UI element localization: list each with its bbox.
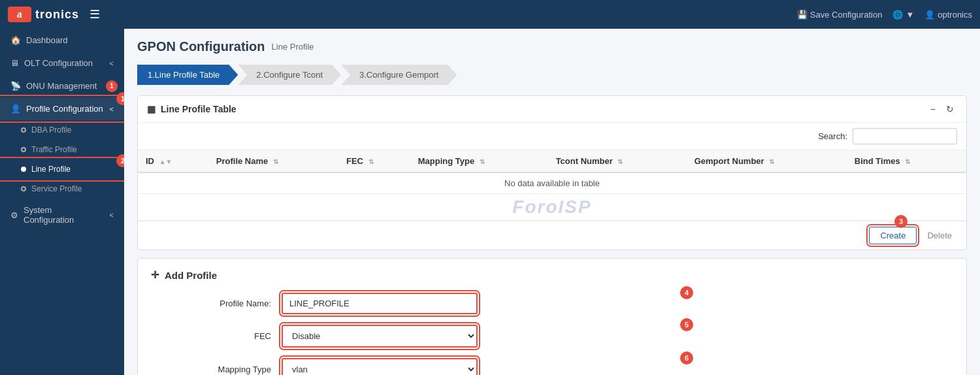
sidebar-item-olt-config[interactable]: 🖥 OLT Configuration <: [0, 52, 124, 74]
olt-icon: 🖥: [10, 58, 19, 68]
minimize-button[interactable]: −: [927, 103, 939, 116]
no-data-row: No data available in table: [138, 172, 966, 194]
hamburger-icon[interactable]: ☰: [90, 7, 100, 22]
mapping-type-row: Mapping Type vlan gem priority 6: [151, 358, 953, 375]
annotation-badge-4: 4: [680, 286, 693, 299]
user-menu[interactable]: 👤 optronics: [924, 10, 972, 20]
sidebar-sub-item-line[interactable]: Line Profile 2: [0, 159, 124, 179]
col-tcont: Tcont Number ⇅: [548, 150, 687, 172]
content-area: GPON Configuration Line Profile 1.Line P…: [124, 29, 980, 375]
add-profile-section: ✛ Add Profile Profile Name: 4 FEC Disabl…: [137, 258, 967, 375]
dot-icon-3: [21, 167, 26, 172]
navbar: a tronics ☰ 💾 Save Configuration 🌐 ▼ 👤 o…: [0, 0, 980, 29]
sort-icon-mapping: ⇅: [480, 158, 485, 165]
table-grid-icon: ▦: [147, 104, 155, 114]
wizard-step-2[interactable]: 2.Configure Tcont: [238, 65, 341, 85]
dot-icon-4: [21, 186, 26, 191]
sidebar-item-system-config[interactable]: ⚙ System Configuration <: [0, 199, 124, 231]
logo-text: tronics: [35, 8, 79, 22]
navbar-left: a tronics ☰: [8, 7, 100, 22]
sort-icon-gemport: ⇅: [769, 158, 774, 165]
col-mapping-type: Mapping Type ⇅: [410, 150, 548, 172]
dot-icon-2: [21, 147, 26, 152]
sidebar: 🏠 Dashboard 🖥 OLT Configuration < 📡 ONU …: [0, 29, 124, 375]
page-title: GPON Configuration Line Profile: [137, 39, 967, 54]
dashboard-icon: 🏠: [10, 35, 21, 45]
chevron-left-icon-2: <: [110, 105, 114, 113]
onu-badge: 1: [106, 80, 118, 92]
table-footer: 3 Create Delete: [138, 221, 966, 250]
language-selector[interactable]: 🌐 ▼: [892, 10, 914, 20]
data-table: ID ▲▼ Profile Name ⇅ FEC ⇅ Mapping Typ: [138, 150, 966, 221]
no-data-cell: No data available in table: [138, 172, 966, 194]
section-actions: − ↻: [927, 103, 957, 116]
profile-name-label: Profile Name:: [151, 299, 282, 308]
main-layout: 🏠 Dashboard 🖥 OLT Configuration < 📡 ONU …: [0, 29, 980, 375]
mapping-type-label: Mapping Type: [151, 365, 282, 374]
chevron-left-icon: <: [110, 59, 114, 67]
navbar-right: 💾 Save Configuration 🌐 ▼ 👤 optronics: [797, 10, 972, 20]
watermark-row: ForoISP: [138, 194, 966, 221]
col-gemport: Gemport Number ⇅: [687, 150, 847, 172]
col-bind-times: Bind Times ⇅: [847, 150, 966, 172]
add-icon: ✛: [151, 269, 159, 281]
wizard-step-1[interactable]: 1.Line Profile Table: [137, 65, 238, 85]
fec-row: FEC Disable Enable 5: [151, 325, 953, 348]
search-input[interactable]: [853, 128, 957, 144]
col-fec: FEC ⇅: [338, 150, 410, 172]
refresh-button[interactable]: ↻: [943, 103, 957, 116]
sort-icon-profile: ⇅: [273, 158, 278, 165]
globe-icon: 🌐: [892, 10, 903, 20]
onu-icon: 📡: [10, 81, 21, 91]
sort-icon-tcont: ⇅: [617, 158, 623, 165]
page-subtitle: Line Profile: [272, 42, 314, 52]
annotation-badge-6: 6: [680, 351, 693, 365]
sort-icon-fec: ⇅: [368, 158, 374, 165]
sidebar-item-onu-mgmt[interactable]: 📡 ONU Management 1: [0, 74, 124, 97]
profile-icon: 👤: [10, 104, 21, 114]
user-icon: 👤: [924, 10, 935, 20]
fec-select[interactable]: Disable Enable: [282, 325, 478, 348]
logo-icon: a: [8, 7, 31, 22]
table-section: ▦ Line Profile Table − ↻ Search: ID: [137, 95, 967, 250]
table-header-row: ID ▲▼ Profile Name ⇅ FEC ⇅ Mapping Typ: [138, 150, 966, 172]
save-icon: 💾: [797, 10, 808, 20]
mapping-type-select[interactable]: vlan gem priority: [282, 358, 478, 375]
system-icon: ⚙: [10, 210, 18, 220]
sidebar-item-profile-config[interactable]: 👤 Profile Configuration < 1: [0, 97, 124, 120]
col-id: ID ▲▼: [138, 150, 208, 172]
create-button[interactable]: Create: [869, 227, 917, 244]
wizard-steps: 1.Line Profile Table 2.Configure Tcont 3…: [137, 65, 967, 85]
fec-label: FEC: [151, 331, 282, 341]
chevron-left-icon-3: <: [110, 211, 114, 219]
wizard-step-3[interactable]: 3.Configure Gemport: [341, 65, 457, 85]
sidebar-sub-item-service[interactable]: Service Profile: [0, 179, 124, 199]
sort-icon-bind: ⇅: [905, 158, 910, 165]
profile-name-row: Profile Name: 4: [151, 293, 953, 314]
sort-icon-id: ▲▼: [159, 158, 172, 165]
table-title: ▦ Line Profile Table: [147, 104, 237, 114]
sidebar-item-dashboard[interactable]: 🏠 Dashboard: [0, 29, 124, 52]
sidebar-sub-item-dba[interactable]: DBA Profile: [0, 120, 124, 140]
profile-name-input[interactable]: [282, 293, 478, 314]
col-profile-name: Profile Name ⇅: [208, 150, 338, 172]
search-label: Search:: [818, 131, 847, 141]
watermark-text: ForoISP: [512, 197, 591, 218]
logo: a tronics: [8, 7, 79, 22]
delete-button[interactable]: Delete: [922, 227, 957, 244]
annotation-badge-5: 5: [680, 318, 693, 331]
sidebar-sub-item-traffic[interactable]: Traffic Profile: [0, 140, 124, 159]
save-config-button[interactable]: 💾 Save Configuration: [797, 10, 883, 20]
table-controls: Search:: [138, 123, 966, 150]
table-section-header: ▦ Line Profile Table − ↻: [138, 96, 966, 123]
dot-icon: [21, 127, 26, 133]
add-profile-title: ✛ Add Profile: [151, 269, 953, 281]
